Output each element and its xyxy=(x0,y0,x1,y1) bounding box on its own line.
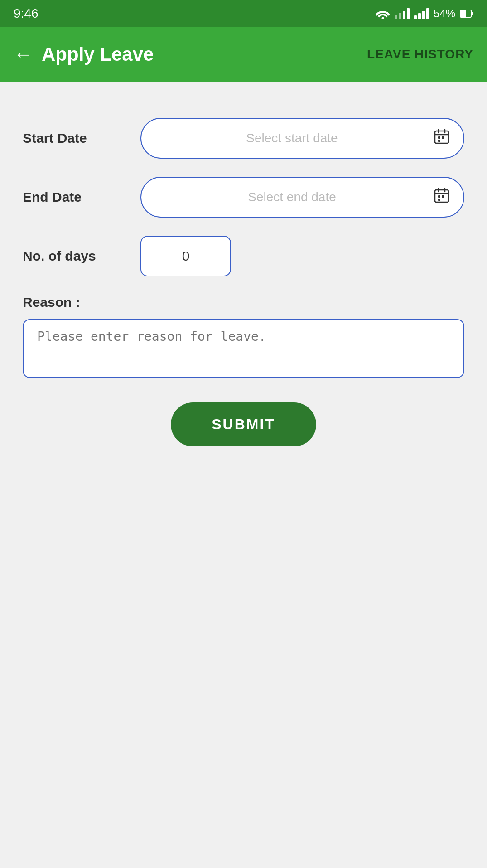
start-date-row: Start Date Select start date xyxy=(23,118,464,159)
app-bar: ← Apply Leave LEAVE HISTORY xyxy=(0,27,487,82)
end-date-label: End Date xyxy=(23,189,140,205)
leave-history-button[interactable]: LEAVE HISTORY xyxy=(367,47,473,62)
reason-input[interactable] xyxy=(23,319,464,378)
svg-rect-2 xyxy=(471,12,473,15)
submit-button[interactable]: SUBMIT xyxy=(171,402,316,446)
end-calendar-icon xyxy=(434,187,450,207)
submit-button-wrapper: SUBMIT xyxy=(23,402,464,446)
start-date-field[interactable]: Select start date xyxy=(140,118,464,159)
status-time: 9:46 xyxy=(14,6,39,21)
svg-rect-17 xyxy=(438,199,440,201)
end-date-placeholder: Select end date xyxy=(155,190,429,204)
status-icons: 54% xyxy=(376,7,473,20)
start-date-input[interactable]: Select start date xyxy=(140,118,464,159)
end-date-field[interactable]: Select end date xyxy=(140,177,464,218)
svg-rect-8 xyxy=(438,136,440,139)
svg-rect-15 xyxy=(438,195,440,198)
svg-rect-9 xyxy=(442,136,444,139)
no-of-days-value: 0 xyxy=(182,248,190,264)
reason-section: Reason : xyxy=(23,295,464,380)
no-of-days-row: No. of days 0 xyxy=(23,236,464,276)
status-bar: 9:46 54% xyxy=(0,0,487,27)
signal-icon-2 xyxy=(414,8,429,19)
battery-indicator: 54% xyxy=(434,7,455,20)
no-of-days-input[interactable]: 0 xyxy=(140,236,231,276)
svg-rect-16 xyxy=(442,195,444,198)
signal-icon-1 xyxy=(395,8,410,19)
start-date-label: Start Date xyxy=(23,131,140,146)
end-date-input[interactable]: Select end date xyxy=(140,177,464,218)
no-of-days-label: No. of days xyxy=(23,248,140,264)
end-date-row: End Date Select end date xyxy=(23,177,464,218)
start-calendar-icon xyxy=(434,128,450,148)
svg-rect-10 xyxy=(438,140,440,142)
wifi-icon xyxy=(376,8,390,19)
main-content: Start Date Select start date xyxy=(0,82,487,465)
page-title: Apply Leave xyxy=(42,44,154,65)
start-date-placeholder: Select start date xyxy=(155,131,429,145)
battery-icon xyxy=(460,9,473,19)
svg-point-0 xyxy=(381,17,384,19)
app-bar-left: ← Apply Leave xyxy=(14,44,154,65)
reason-label: Reason : xyxy=(23,295,464,310)
back-button[interactable]: ← xyxy=(14,44,33,65)
svg-rect-3 xyxy=(461,10,466,17)
